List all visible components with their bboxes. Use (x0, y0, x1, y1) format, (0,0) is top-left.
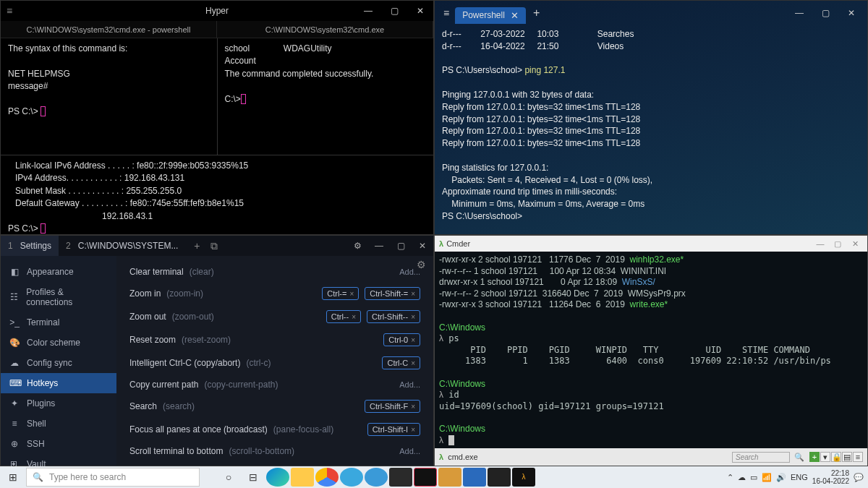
hyper-titlebar[interactable]: ≡ Hyper — ▢ ✕ (1, 1, 433, 21)
wifi-icon[interactable]: 📶 (762, 473, 772, 482)
hotkey-row: Focus all panes at once (broadcast) (pan… (129, 418, 420, 441)
sidebar-icon: ⌨ (9, 378, 20, 388)
keycap[interactable]: Ctrl-= × (322, 287, 359, 300)
lambda-icon: λ (439, 453, 443, 461)
sidebar-item-profiles-connections[interactable]: ☷Profiles & connections (1, 282, 116, 312)
cmder-status-tab[interactable]: cmd.exe (448, 453, 478, 461)
lock-icon[interactable]: 🔒 (831, 452, 841, 462)
sidebar-item-shell[interactable]: ≡Shell (1, 414, 116, 434)
sidebar-icon: ⊕ (9, 439, 20, 449)
keycap[interactable]: Ctrl-Shift-I × (367, 423, 420, 436)
keycap[interactable]: Ctrl-0 × (383, 333, 420, 346)
taskview-icon[interactable]: ⊟ (242, 468, 265, 487)
cortana-icon[interactable]: ○ (217, 468, 240, 487)
keycap[interactable]: Ctrl-- × (326, 310, 361, 323)
dropdown-icon[interactable]: ▾ (820, 452, 830, 462)
minimize-icon[interactable]: — (355, 1, 381, 21)
tabby-tab-terminal[interactable]: 2C:\WINDOWS\SYSTEM... (59, 236, 185, 256)
language-indicator[interactable]: ENG (791, 473, 808, 481)
sidebar-item-appearance[interactable]: ◧Appearance (1, 262, 116, 282)
cmder-search-input[interactable]: Search (732, 452, 790, 463)
sidebar-icon: ✦ (9, 398, 20, 408)
minimize-icon[interactable]: — (368, 241, 390, 251)
battery-icon[interactable]: ▭ (750, 473, 757, 482)
powershell-icon[interactable] (463, 468, 486, 487)
hotkey-row: Zoom in (zoom-in)Ctrl-= ×Ctrl-Shift-= × (129, 282, 420, 305)
close-icon[interactable]: ✕ (407, 1, 433, 21)
hotkey-row: Scroll terminal to bottom (scroll-to-bot… (129, 441, 420, 461)
lambda-icon: λ (439, 239, 443, 248)
sidebar-icon: ☁ (9, 358, 20, 368)
notifications-icon[interactable]: 💬 (854, 473, 864, 482)
explorer-icon[interactable] (291, 468, 314, 487)
sidebar-item-color-scheme[interactable]: 🎨Color scheme (1, 333, 116, 353)
cmder-output[interactable]: -rwxr-xr-x 2 school 197121 11776 Dec 7 2… (435, 252, 867, 448)
minimize-icon[interactable]: — (786, 8, 812, 18)
taskbar-search-input[interactable]: 🔍 Type here to search (26, 468, 200, 487)
terminal-icon[interactable] (389, 468, 412, 487)
sidebar-item-plugins[interactable]: ✦Plugins (1, 393, 116, 414)
onedrive-icon[interactable]: ☁ (738, 473, 746, 482)
keycap[interactable]: Ctrl-Shift-- × (367, 310, 420, 323)
add-tab-icon[interactable]: + (188, 240, 205, 252)
taskbar-clock[interactable]: 22:18 16-04-2022 (812, 469, 849, 485)
maximize-icon[interactable]: ▢ (812, 8, 838, 18)
gear-icon[interactable]: ⚙ (417, 259, 426, 270)
sidebar-item-terminal[interactable]: >_Terminal (1, 312, 116, 333)
start-button[interactable]: ⊞ (0, 471, 26, 483)
maximize-icon[interactable]: ▢ (830, 239, 846, 249)
cmder-window: λ Cmder — ▢ ✕ -rwxr-xr-x 2 school 197121… (434, 235, 868, 466)
hotkey-row: Search (search)Ctrl-Shift-F × (129, 395, 420, 418)
search-icon[interactable]: 🔍 (794, 453, 804, 462)
add-tab-icon[interactable]: + (526, 7, 547, 20)
sidebar-item-ssh[interactable]: ⊕SSH (1, 434, 116, 454)
sidebar-item-hotkeys[interactable]: ⌨Hotkeys (1, 373, 116, 393)
add-hotkey-button[interactable]: Add... (399, 447, 420, 455)
hyper-tab-2[interactable]: C:\WINDOWS\system32\cmd.exe (217, 21, 433, 38)
close-icon[interactable]: ✕ (412, 241, 433, 251)
maximize-icon[interactable]: ▢ (390, 241, 412, 251)
hamburger-icon[interactable]: ≡ (7, 5, 12, 17)
winterm-output[interactable]: d-r--- 27-03-2022 10:03 Searches d-r--- … (435, 25, 867, 226)
minimize-icon[interactable]: — (812, 239, 828, 249)
cmder-titlebar[interactable]: λ Cmder — ▢ ✕ (435, 236, 867, 252)
keycap[interactable]: Ctrl-Shift-= × (365, 287, 420, 300)
winterm-tab[interactable]: Powershell ✕ (455, 7, 526, 24)
hyper-icon[interactable] (414, 468, 437, 487)
ie-icon[interactable] (365, 468, 388, 487)
copy-tab-icon[interactable]: ⧉ (205, 240, 223, 252)
keycap[interactable]: Ctrl-Shift-F × (365, 400, 420, 413)
volume-icon[interactable]: 🔊 (776, 473, 786, 482)
menu-icon[interactable]: ▤ (842, 452, 852, 462)
sidebar-icon: ≡ (9, 419, 20, 429)
tabby-settings-panel: ⚙ Clear terminal (clear)Add...Zoom in (z… (116, 256, 433, 466)
hotkey-row: Clear terminal (clear)Add... (129, 262, 420, 282)
hyper-bottom-pane[interactable]: Link-local IPv6 Address . . . . . : fe80… (1, 155, 433, 234)
add-console-icon[interactable]: + (809, 452, 820, 462)
gear-icon[interactable]: ⚙ (346, 241, 368, 251)
close-icon[interactable]: ✕ (838, 8, 864, 18)
cmder-icon[interactable]: λ (512, 468, 535, 487)
maximize-icon[interactable]: ▢ (381, 1, 407, 21)
hamburger-icon[interactable]: ≡ (853, 452, 863, 462)
close-icon[interactable]: ✕ (847, 239, 863, 249)
hyper-tab-1[interactable]: C:\WINDOWS\system32\cmd.exe - powershell (1, 21, 217, 38)
cursor-icon (41, 106, 46, 116)
app-icon[interactable] (340, 468, 363, 487)
add-hotkey-button[interactable]: Add... (399, 380, 420, 389)
hyper-window: ≡ Hyper — ▢ ✕ C:\WINDOWS\system32\cmd.ex… (0, 0, 434, 235)
cmd-icon[interactable] (488, 468, 511, 487)
chevron-up-icon[interactable]: ⌃ (727, 473, 733, 482)
winterm-titlebar[interactable]: ≡ Powershell ✕ + — ▢ ✕ (435, 1, 867, 25)
chrome-icon[interactable] (315, 468, 339, 487)
tabby-icon[interactable] (438, 468, 461, 487)
hyper-title: Hyper (205, 6, 229, 16)
keycap[interactable]: Ctrl-C × (382, 356, 420, 369)
sidebar-icon: ☷ (9, 292, 19, 302)
hamburger-icon[interactable]: ≡ (438, 7, 455, 19)
close-tab-icon[interactable]: ✕ (511, 10, 519, 21)
tabby-tab-settings[interactable]: 1Settings (1, 236, 59, 256)
edge-icon[interactable] (266, 468, 289, 487)
cmder-statusbar: λ cmd.exe Search 🔍 +▾🔒▤≡ (435, 448, 867, 466)
sidebar-item-config-sync[interactable]: ☁Config sync (1, 353, 116, 373)
